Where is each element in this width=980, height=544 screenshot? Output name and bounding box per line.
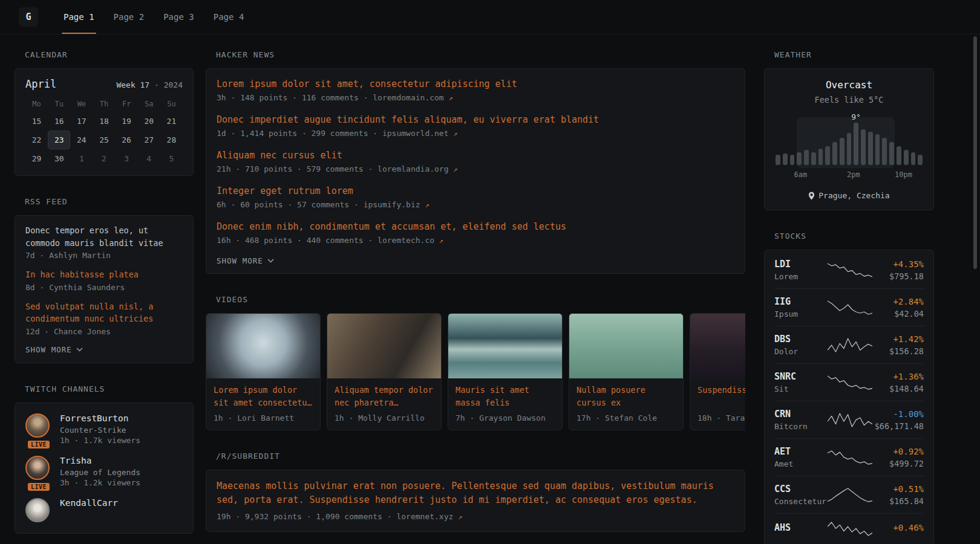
external-link-icon: ↗ bbox=[453, 129, 457, 138]
video-card[interactable]: Mauris sit amet massa felis 7h · Grayson… bbox=[448, 313, 563, 430]
calendar-day[interactable]: 27 bbox=[138, 131, 160, 149]
video-title[interactable]: Aliquam tempor dolor nec pharetra… bbox=[335, 384, 434, 409]
calendar-day[interactable]: 16 bbox=[48, 112, 70, 131]
hn-domain-link[interactable]: loremdomain.com bbox=[373, 93, 443, 102]
rss-headline[interactable]: In hac habitasse platea bbox=[25, 268, 183, 281]
stock-ticker: CRN bbox=[774, 409, 828, 419]
day-header: Fr bbox=[116, 100, 138, 108]
calendar-day[interactable]: 17 bbox=[70, 112, 93, 131]
hn-item: Lorem ipsum dolor sit amet, consectetur … bbox=[217, 78, 734, 103]
post-headline[interactable]: Maecenas mollis pulvinar erat non posuer… bbox=[217, 479, 734, 508]
weather-bar bbox=[832, 142, 837, 166]
hn-meta: 21h · 710 points · 579 comments · loreml… bbox=[217, 164, 734, 175]
rss-meta: 12d · Chance Jones bbox=[25, 327, 183, 336]
calendar-day[interactable]: 29 bbox=[25, 149, 48, 168]
calendar-day[interactable]: 21 bbox=[160, 112, 183, 131]
video-card[interactable]: Suspendisse diam 18h · Tara bbox=[690, 313, 745, 430]
video-title[interactable]: Mauris sit amet massa felis bbox=[456, 384, 555, 409]
video-thumbnail[interactable] bbox=[327, 314, 441, 378]
stock-row[interactable]: LDILorem +4.35%$795.18 bbox=[774, 251, 924, 288]
video-card[interactable]: Nullam posuere cursus ex 17h · Stefan Co… bbox=[569, 313, 684, 430]
calendar-day[interactable]: 5 bbox=[160, 149, 183, 168]
hn-headline[interactable]: Donec enim nibh, condimentum et accumsan… bbox=[217, 221, 734, 233]
calendar-day-selected[interactable]: 23 bbox=[48, 131, 70, 149]
stock-sparkline bbox=[828, 412, 872, 428]
channel-name[interactable]: Trisha bbox=[60, 456, 140, 465]
subreddit-post: Maecenas mollis pulvinar erat non posuer… bbox=[217, 479, 734, 522]
hn-domain-link[interactable]: ipsumify.biz bbox=[364, 200, 420, 209]
video-thumbnail[interactable] bbox=[569, 314, 683, 378]
stock-row[interactable]: IIGIpsum +2.84%$42.04 bbox=[774, 288, 924, 326]
weather-section-title: WEATHER bbox=[774, 51, 934, 59]
twitch-channel-row[interactable]: LIVE ForrestBurton Counter-Strike 1h · 1… bbox=[25, 413, 183, 445]
video-card[interactable]: Aliquam tempor dolor nec pharetra… 1h · … bbox=[327, 313, 442, 430]
channel-name[interactable]: ForrestBurton bbox=[60, 413, 140, 423]
rss-headline[interactable]: Sed volutpat nulla nisl, a condimentum n… bbox=[25, 300, 183, 325]
tab-page-2[interactable]: Page 2 bbox=[104, 0, 154, 34]
stock-row[interactable]: DBSDolor +1.42%$156.28 bbox=[774, 326, 924, 363]
tab-page-1[interactable]: Page 1 bbox=[54, 0, 104, 34]
video-title[interactable]: Suspendisse diam bbox=[697, 384, 745, 409]
calendar-day[interactable]: 15 bbox=[25, 112, 48, 131]
twitch-channel-row[interactable]: LIVE Trisha League of Legends 3h · 1.2k … bbox=[25, 456, 183, 487]
calendar-day[interactable]: 3 bbox=[116, 149, 138, 168]
hn-headline[interactable]: Lorem ipsum dolor sit amet, consectetur … bbox=[217, 78, 734, 90]
app-logo[interactable]: G bbox=[19, 7, 38, 27]
location-pin-icon bbox=[808, 192, 815, 200]
hn-domain-link[interactable]: loremtech.co bbox=[377, 236, 434, 245]
rss-show-more-button[interactable]: SHOW MORE bbox=[25, 345, 183, 354]
stock-name: Amet bbox=[774, 459, 828, 468]
channel-info: Trisha League of Legends 3h · 1.2k viewe… bbox=[60, 456, 140, 487]
stock-row[interactable]: AHS +0.46% bbox=[774, 513, 924, 544]
subreddit-section-title: /R/SUBREDDIT bbox=[216, 452, 745, 461]
scrollbar-thumb[interactable] bbox=[973, 36, 977, 269]
avatar-wrap bbox=[25, 498, 52, 522]
stock-row[interactable]: CCSConsectetur +0.51%$165.84 bbox=[774, 476, 924, 513]
calendar-day[interactable]: 22 bbox=[25, 131, 48, 149]
video-thumbnail[interactable] bbox=[690, 314, 745, 378]
video-thumbnail[interactable] bbox=[448, 314, 562, 378]
hn-domain-link[interactable]: ipsumworld.net bbox=[382, 129, 449, 138]
calendar-day[interactable]: 1 bbox=[70, 149, 93, 168]
hn-headline[interactable]: Integer eget rutrum lorem bbox=[217, 185, 734, 197]
calendar-day[interactable]: 19 bbox=[116, 112, 138, 131]
stock-row[interactable]: CRNBitcorn -1.00%$66,171.48 bbox=[774, 401, 924, 438]
hackernews-section-title: HACKER NEWS bbox=[216, 51, 745, 59]
hn-show-more-button[interactable]: SHOW MORE bbox=[217, 256, 734, 265]
channel-name[interactable]: KendallCarr bbox=[60, 498, 118, 508]
stock-change: +4.35% bbox=[872, 259, 924, 269]
twitch-widget: LIVE ForrestBurton Counter-Strike 1h · 1… bbox=[15, 403, 194, 534]
video-title[interactable]: Nullam posuere cursus ex bbox=[577, 384, 676, 409]
stocks-section-title: STOCKS bbox=[774, 232, 934, 241]
tab-page-3[interactable]: Page 3 bbox=[154, 0, 204, 34]
weather-peak-label: 9° bbox=[851, 112, 861, 121]
twitch-channel-row[interactable]: KendallCarr bbox=[25, 498, 183, 522]
post-domain-link[interactable]: loremnet.xyz bbox=[396, 512, 453, 521]
show-more-label: SHOW MORE bbox=[217, 256, 263, 265]
hn-headline[interactable]: Donec imperdiet augue tincidunt felis al… bbox=[217, 114, 734, 126]
day-header: Th bbox=[93, 100, 115, 108]
calendar-day[interactable]: 18 bbox=[93, 112, 115, 131]
dashboard: CALENDAR April Week 17 · 2024 Mo Tu We T… bbox=[0, 34, 980, 544]
calendar-day[interactable]: 25 bbox=[93, 131, 115, 149]
calendar-day[interactable]: 26 bbox=[116, 131, 138, 149]
video-thumbnail[interactable] bbox=[206, 314, 320, 378]
stock-price: $42.04 bbox=[872, 309, 924, 319]
calendar-day[interactable]: 4 bbox=[138, 149, 160, 168]
weather-bar bbox=[868, 132, 873, 165]
video-card[interactable]: Lorem ipsum dolor sit amet consectetu… 1… bbox=[206, 313, 321, 430]
calendar-day[interactable]: 2 bbox=[93, 149, 115, 168]
calendar-day[interactable]: 24 bbox=[70, 131, 93, 149]
calendar-day[interactable]: 20 bbox=[138, 112, 160, 131]
stock-name: Dolor bbox=[774, 347, 828, 356]
video-title[interactable]: Lorem ipsum dolor sit amet consectetu… bbox=[214, 384, 313, 409]
calendar-day[interactable]: 30 bbox=[48, 149, 70, 168]
stock-row[interactable]: AETAmet +0.92%$499.72 bbox=[774, 438, 924, 476]
rss-headline[interactable]: Donec tempor eros leo, ut commodo mauris… bbox=[25, 224, 183, 249]
stocks-widget: LDILorem +4.35%$795.18 IIGIpsum +2.84%$4… bbox=[764, 250, 934, 544]
hn-domain-link[interactable]: loremlandia.org bbox=[377, 164, 448, 173]
stock-row[interactable]: SNRCSit +1.36%$148.64 bbox=[774, 363, 924, 401]
hn-headline[interactable]: Aliquam nec cursus elit bbox=[217, 149, 734, 161]
calendar-day[interactable]: 28 bbox=[160, 131, 183, 149]
tab-page-4[interactable]: Page 4 bbox=[204, 0, 254, 34]
